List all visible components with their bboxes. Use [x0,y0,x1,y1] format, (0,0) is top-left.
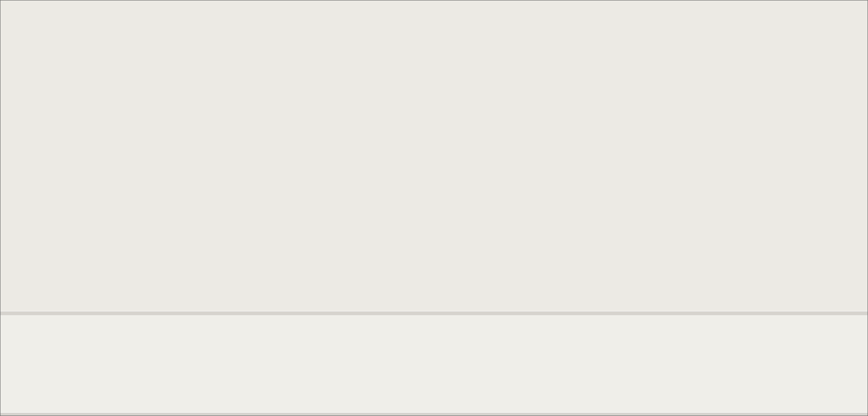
activity-details-panel [0,315,868,412]
window-bottom-band [0,412,868,416]
activities-top-area [0,0,868,311]
p6-activities-window [0,0,868,416]
